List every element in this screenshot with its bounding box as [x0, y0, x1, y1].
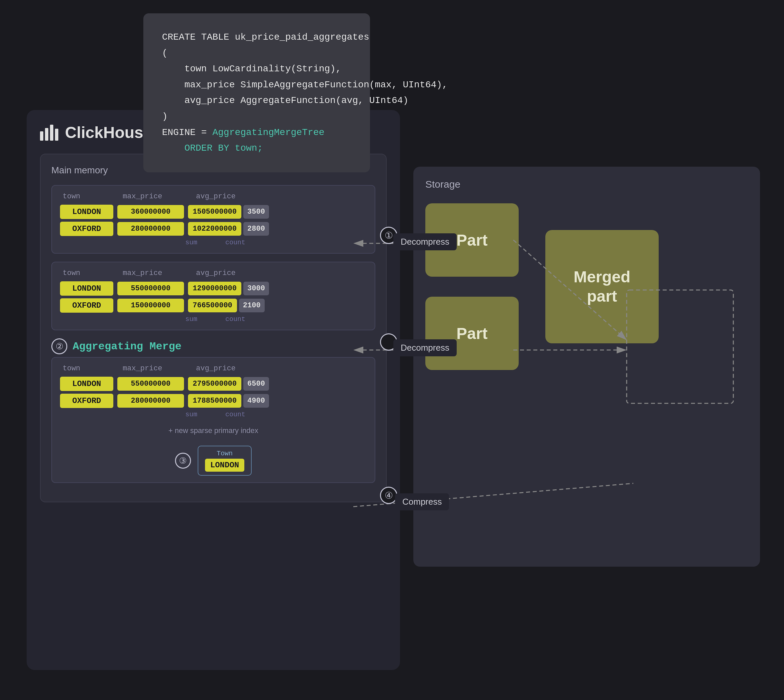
compress4-label: Compress [395, 493, 449, 510]
index-block: Town LONDON [198, 446, 252, 476]
t3r1-avgsum: 2795000000 [188, 377, 241, 391]
col-town-1: town [63, 192, 123, 201]
col-headers-3: town max_price avg_price [60, 364, 367, 373]
table2-row1: LONDON 550000000 1290000000 3000 [60, 281, 367, 296]
t1r2-max: 280000000 [117, 222, 184, 236]
col-maxprice-3: max_price [123, 364, 196, 373]
merged-part-box: Mergedpart [545, 230, 659, 343]
step3-area: + new sparse primary index ③ Town LONDON [60, 426, 367, 476]
t2r1-avgcount: 3000 [244, 282, 269, 295]
storage-inner: Part Part Mergedpart [425, 203, 748, 370]
table3-row2: OXFORD 280000000 1788500000 4900 [60, 394, 367, 408]
t3r2-avgsum: 1788500000 [188, 394, 241, 408]
server-panel: ClickHouse server Main memory town max_p… [27, 110, 400, 670]
t3r1-max: 550000000 [117, 377, 184, 391]
col-avgprice-2: avg_price [196, 269, 364, 277]
t1r2-town: OXFORD [60, 222, 113, 236]
code-block: CREATE TABLE uk_price_paid_aggregates ( … [143, 13, 370, 172]
table1-row1: LONDON 360000000 1505000000 3500 [60, 205, 367, 219]
t1r1-town: LONDON [60, 205, 113, 219]
agg-merge-text: Aggregating Merge [73, 340, 181, 353]
t1r1-avg: 1505000000 3500 [188, 205, 269, 219]
t1r1-avgcount: 3500 [244, 205, 269, 219]
decompress2-label: Decompress [393, 339, 457, 356]
t2r1-avgsum: 1290000000 [188, 282, 241, 295]
col-avgprice-3: avg_price [196, 364, 364, 373]
table1-row2: OXFORD 280000000 1022000000 2800 [60, 222, 367, 236]
col-town-2: town [63, 269, 123, 277]
step3-circle: ③ [175, 453, 191, 469]
part1-label: Part [456, 231, 487, 249]
index-town-label: Town [205, 450, 244, 457]
step2-label: ② Aggregating Merge [51, 338, 375, 354]
t2r2-avgcount: 2100 [239, 299, 265, 312]
storage-label: Storage [425, 179, 748, 190]
t1r2-avgcount: 2800 [244, 222, 269, 236]
t2r2-max: 150000000 [117, 299, 184, 312]
table3-row1: LONDON 550000000 2795000000 6500 [60, 377, 367, 391]
col-maxprice-2: max_price [123, 269, 196, 277]
col-town-3: town [63, 364, 123, 373]
part2-label: Part [456, 324, 487, 343]
t2r2-town: OXFORD [60, 298, 113, 313]
t1r1-avgsum: 1505000000 [188, 205, 241, 219]
t2r2-avgsum: 766500000 [188, 299, 237, 312]
step3-row: ③ Town LONDON [175, 446, 252, 476]
sum-count-label-3: sum count [60, 411, 367, 418]
merged-part-label: Mergedpart [574, 267, 631, 306]
t2r1-max: 550000000 [117, 282, 184, 295]
sum-count-label-2: sum count [60, 315, 367, 323]
decompress1-label: Decompress [393, 233, 457, 250]
memory-panel: Main memory town max_price avg_price LON… [40, 154, 387, 502]
t3r1-avg: 2795000000 6500 [188, 377, 269, 391]
t1r2-avg: 1022000000 2800 [188, 222, 269, 236]
t2r2-avg: 766500000 2100 [188, 299, 265, 312]
data-block-2: town max_price avg_price LONDON 55000000… [51, 262, 375, 330]
data-block-1: town max_price avg_price LONDON 36000000… [51, 185, 375, 254]
t3r1-avgcount: 6500 [244, 377, 269, 391]
t3r2-avgcount: 4900 [244, 394, 269, 408]
col-avgprice-1: avg_price [196, 192, 364, 201]
sum-count-label-1: sum count [60, 239, 367, 246]
sparse-label: + new sparse primary index [168, 426, 259, 435]
storage-panel: Storage Part Part Mergedpart [413, 167, 760, 567]
step2-circle: ② [51, 338, 67, 354]
t3r2-town: OXFORD [60, 394, 113, 408]
t2r1-town: LONDON [60, 281, 113, 296]
table2-row2: OXFORD 150000000 766500000 2100 [60, 298, 367, 313]
col-headers-1: town max_price avg_price [60, 192, 367, 201]
server-icon [40, 125, 58, 141]
t1r1-max: 360000000 [117, 205, 184, 219]
t3r1-town: LONDON [60, 377, 113, 391]
part-box-2: Part [425, 297, 519, 370]
t2r1-avg: 1290000000 3000 [188, 282, 269, 295]
t3r2-avg: 1788500000 4900 [188, 394, 269, 408]
index-town-value: LONDON [205, 459, 244, 472]
data-block-3: town max_price avg_price LONDON 55000000… [51, 357, 375, 483]
code-text: CREATE TABLE uk_price_paid_aggregates ( … [162, 29, 351, 156]
col-maxprice-1: max_price [123, 192, 196, 201]
col-headers-2: town max_price avg_price [60, 269, 367, 277]
t1r2-avgsum: 1022000000 [188, 222, 241, 236]
t3r2-max: 280000000 [117, 394, 184, 408]
